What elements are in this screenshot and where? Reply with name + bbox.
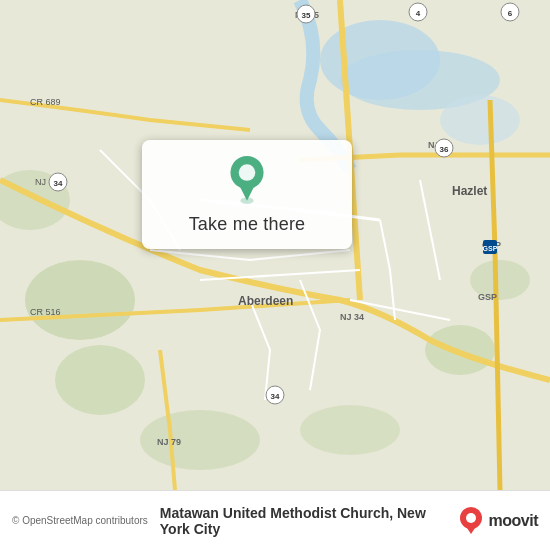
svg-text:34: 34: [54, 179, 63, 188]
svg-text:CR 516: CR 516: [30, 307, 61, 317]
svg-text:36: 36: [440, 145, 449, 154]
svg-text:Aberdeen: Aberdeen: [238, 294, 293, 308]
moovit-logo: moovit: [457, 507, 538, 535]
svg-point-37: [239, 164, 256, 181]
svg-text:35: 35: [302, 11, 311, 20]
svg-point-3: [440, 95, 520, 145]
place-name: Matawan United Methodist Church, New Yor…: [160, 505, 457, 537]
popup-card: Take me there: [142, 140, 352, 249]
moovit-icon: [457, 507, 485, 535]
take-me-there-button[interactable]: Take me there: [189, 214, 306, 235]
svg-text:NJ 34: NJ 34: [340, 312, 364, 322]
svg-text:Hazlet: Hazlet: [452, 184, 487, 198]
svg-marker-39: [239, 184, 256, 201]
svg-point-42: [466, 513, 476, 523]
map-container: NJ 35 NJ 36 CR 689 CR 516 NJ 34 NJ 79 GS…: [0, 0, 550, 490]
svg-point-4: [25, 260, 135, 340]
svg-text:NJ 79: NJ 79: [157, 437, 181, 447]
moovit-text: moovit: [489, 512, 538, 530]
svg-marker-41: [465, 525, 477, 534]
svg-text:34: 34: [271, 392, 280, 401]
copyright-text: © OpenStreetMap contributors: [12, 515, 148, 526]
svg-text:NJ: NJ: [35, 177, 46, 187]
svg-text:CR 689: CR 689: [30, 97, 61, 107]
svg-text:4: 4: [416, 9, 421, 18]
svg-text:6: 6: [508, 9, 513, 18]
location-pin-icon: [223, 156, 271, 204]
svg-point-10: [300, 405, 400, 455]
svg-text:GSP: GSP: [478, 292, 497, 302]
svg-text:GSP: GSP: [483, 245, 498, 252]
bottom-bar: © OpenStreetMap contributors Matawan Uni…: [0, 490, 550, 550]
svg-point-5: [55, 345, 145, 415]
